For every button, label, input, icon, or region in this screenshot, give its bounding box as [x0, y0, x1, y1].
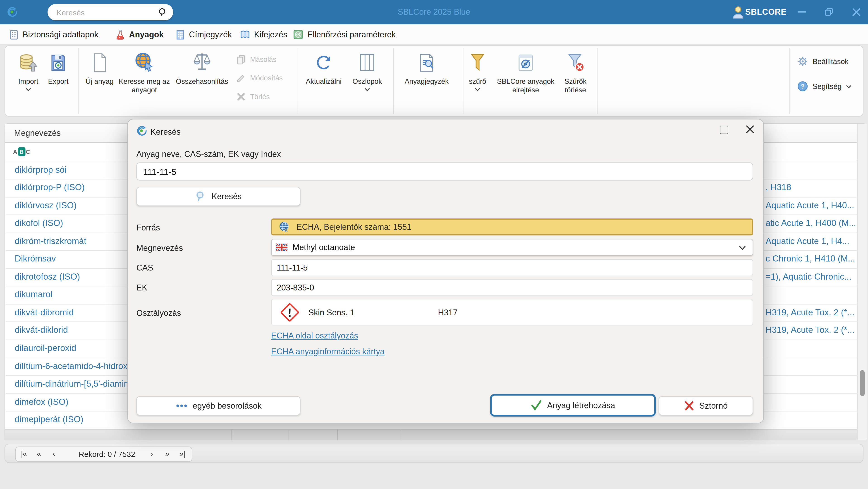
material-name[interactable]: diklórprop sói [15, 164, 66, 175]
dialog-search-button[interactable]: Keresés [136, 187, 301, 206]
query-input[interactable] [142, 165, 744, 179]
echa-classification-link[interactable]: ECHA oldal osztályozás [271, 331, 358, 340]
minimize-button[interactable] [793, 3, 810, 20]
main-tab-bar: Biztonsági adatlapok Anyagok Címjegyzék [0, 25, 868, 44]
prev-record-button[interactable]: ‹ [53, 449, 55, 458]
dialog-maximize-button[interactable] [720, 126, 728, 134]
restore-icon [825, 7, 834, 17]
copy-icon [236, 54, 247, 65]
classification-fragment: H319, Acute Tox. 2 (*... [766, 307, 859, 317]
new-material-button[interactable]: Új anyag [83, 52, 117, 86]
delete-x-icon [236, 91, 247, 102]
clear-filters-button[interactable]: Szűrők törlése [558, 52, 593, 95]
new-page-icon [83, 52, 117, 73]
material-name[interactable]: dimefox (ISO) [15, 397, 68, 407]
filter-button[interactable]: szűrő [465, 52, 491, 91]
echa-infocard-link[interactable]: ECHA anyaginformációs kártya [271, 347, 385, 356]
material-name[interactable]: dikróm-triszkromát [15, 236, 86, 246]
source-field[interactable]: ECHA, Bejelentők száma: 1551 [271, 218, 753, 236]
column-header-megnevezes[interactable]: Megnevezés [14, 129, 61, 137]
name-dropdown[interactable]: Methyl octanoate [271, 239, 753, 256]
vertical-scrollbar[interactable] [857, 124, 867, 440]
export-button[interactable]: Export [44, 52, 73, 86]
modify-button-disabled: Módosítás [236, 72, 283, 84]
material-list-button[interactable]: Anyagjegyzék [401, 52, 453, 86]
material-name[interactable]: dikrotofosz (ISO) [15, 271, 80, 282]
help-button[interactable]: ? Segítség [797, 81, 852, 92]
compare-button[interactable]: Összehasonlítás [170, 52, 234, 86]
scrollbar-thumb[interactable] [860, 370, 865, 396]
fast-next-button[interactable]: » [165, 449, 169, 458]
source-value: ECHA, Bejelentők száma: 1551 [297, 222, 411, 232]
chevron-down-icon[interactable] [739, 246, 746, 250]
flask-icon [116, 29, 125, 40]
help-icon: ? [797, 81, 808, 92]
first-record-button[interactable]: |« [21, 449, 27, 458]
datasheet-icon [9, 29, 19, 40]
find-material-button[interactable]: Keresse meg az anyagot [118, 52, 170, 95]
material-name[interactable]: dikofol (ISO) [15, 218, 63, 228]
other-classifications-button[interactable]: egyéb besorolások [136, 396, 301, 416]
chevron-down-icon [26, 88, 31, 91]
dialog-close-icon[interactable] [746, 125, 754, 134]
abc-filter-icon[interactable]: ABC [13, 147, 30, 156]
record-count-label: Rekord: 0 / 7532 [70, 450, 144, 459]
copy-button-disabled: Másolás [236, 54, 276, 65]
cas-label: CAS [136, 263, 153, 272]
material-name[interactable]: dimepiperát (ISO) [15, 414, 84, 425]
restore-button[interactable] [820, 3, 837, 20]
material-name[interactable]: dilítium-6-acetamido-4-hidroxi- [15, 361, 132, 371]
next-record-button[interactable]: › [151, 449, 153, 458]
query-input-box[interactable] [136, 162, 753, 181]
dialog-logo-icon [136, 126, 147, 136]
classification-fragment: c Chronic 1, H410 (M... [766, 254, 859, 264]
material-name[interactable]: dilauroil-peroxid [15, 343, 76, 353]
classification-name: Skin Sens. 1 [309, 308, 355, 317]
tab-biztonsagi-adatlapok[interactable]: Biztonsági adatlapok [9, 27, 98, 42]
uk-flag-icon [276, 243, 287, 251]
import-button[interactable]: Import [13, 52, 43, 91]
tab-ellenorzesi-parameterek[interactable]: Ellenőrzési paraméterek [293, 27, 396, 42]
settings-button[interactable]: Beállítások [797, 56, 848, 67]
clear-filter-icon [558, 52, 593, 73]
cas-field[interactable]: 111-11-5 [271, 259, 753, 276]
last-record-button[interactable]: »| [180, 449, 185, 458]
query-label: Anyag neve, CAS-szám, EK vagy Index [136, 149, 281, 158]
chevron-down-icon [846, 85, 852, 88]
user-label[interactable]: SBLCORE [745, 7, 787, 17]
user-icon [732, 6, 744, 19]
red-x-icon [684, 401, 694, 411]
minimize-icon [798, 11, 806, 13]
name-value: Methyl octanoate [293, 243, 355, 252]
create-material-button[interactable]: Anyag létrehozása [490, 394, 656, 417]
building-icon [176, 29, 185, 40]
material-name[interactable]: Dikrómsav [15, 254, 56, 264]
tab-anyagok[interactable]: Anyagok [116, 27, 164, 42]
name-label: Megnevezés [136, 243, 183, 252]
globe-icon [279, 221, 290, 233]
refresh-button[interactable]: Aktualizálni [302, 52, 345, 86]
material-name[interactable]: dilítium-dinátrium-[5,5′-diamino [15, 379, 133, 389]
tab-cimjegyzek[interactable]: Címjegyzék [176, 27, 232, 42]
material-name[interactable]: dikvát-diklorid [15, 325, 68, 335]
fast-prev-button[interactable]: « [37, 449, 41, 458]
cancel-button[interactable]: Sztornó [659, 396, 753, 416]
table-footer-band [5, 429, 857, 440]
material-name[interactable]: dikvát-dibromid [15, 307, 74, 317]
svg-text:!: ! [288, 306, 291, 319]
gear-icon [797, 56, 808, 67]
hide-sblcore-materials-button[interactable]: SBLCore anyagok elrejtése [495, 52, 557, 95]
ec-label: EK [136, 283, 147, 292]
material-name[interactable]: diklórvosz (ISO) [15, 200, 77, 210]
search-dialog: Keresés Anyag neve, CAS-szám, EK vagy In… [127, 119, 764, 423]
close-button[interactable] [848, 3, 865, 20]
ec-field[interactable]: 203-835-0 [271, 279, 753, 296]
filter-funnel-icon [465, 52, 491, 73]
material-name[interactable]: diklórprop-P (ISO) [15, 182, 85, 192]
material-name[interactable]: dikumarol [15, 289, 53, 300]
chevron-down-icon [364, 88, 370, 91]
tab-kifejezes[interactable]: Kifejezés [240, 27, 287, 42]
columns-button[interactable]: Oszlopok [348, 52, 386, 91]
globe-search-icon [118, 52, 170, 73]
delete-button-disabled: Törlés [236, 91, 270, 102]
